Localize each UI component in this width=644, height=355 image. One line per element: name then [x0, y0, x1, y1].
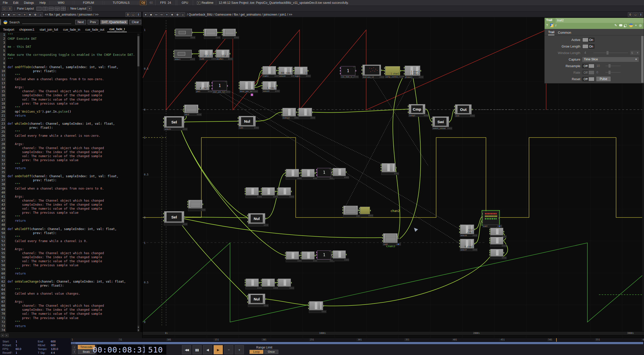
node-flag[interactable] — [291, 287, 292, 289]
param-slider[interactable] — [605, 66, 621, 66]
pane-menu-icon[interactable]: ▾ — [143, 12, 148, 17]
playhead[interactable] — [556, 338, 557, 342]
dropdown-capture[interactable]: Time Slice▼ — [582, 57, 639, 62]
node-flag[interactable] — [267, 225, 268, 226]
node-start_join_full[interactable]: 1""start_join_full — [212, 81, 227, 91]
node-null5[interactable]: .3454 v1null5 — [199, 50, 213, 58]
jump-to-start-button[interactable]: ◀◀ — [182, 345, 191, 354]
copy-parameters-icon[interactable] — [624, 24, 627, 27]
node-flag[interactable] — [420, 76, 422, 78]
node-flag[interactable] — [275, 196, 276, 197]
units-dropdown[interactable]: S▼ — [630, 51, 640, 55]
node-chop[interactable] — [382, 163, 396, 172]
add-icon[interactable]: + — [165, 12, 169, 17]
node-chop[interactable] — [278, 187, 291, 195]
node-chop[interactable]: 1"" — [317, 250, 331, 259]
dock-icon[interactable]: ⇩ — [638, 12, 643, 17]
layout-preset-hv-icon[interactable] — [55, 7, 60, 11]
tab-Textport[interactable]: Textport — [1, 27, 16, 32]
node-flag[interactable] — [277, 91, 278, 92]
node-flag[interactable] — [344, 259, 346, 260]
timeline-settings[interactable]: Start:1RStart:1FPS:60.0ResetF:1End:600RE… — [0, 338, 71, 355]
node-comp2[interactable]: Cmpcomp2 — [409, 104, 425, 114]
node-flag[interactable] — [330, 260, 331, 261]
node-flag[interactable] — [354, 76, 355, 77]
node-flag[interactable] — [344, 177, 346, 178]
node-flag[interactable] — [503, 257, 505, 258]
zoom-fit-icon[interactable]: ⊕ — [175, 12, 180, 17]
back-icon[interactable]: ⇦ — [154, 12, 159, 17]
midi-io-badge[interactable]: O|I — [140, 1, 146, 5]
node-flag[interactable] — [296, 117, 297, 118]
node-flag[interactable] — [253, 91, 254, 92]
node-flag[interactable] — [419, 76, 420, 78]
stop-icon[interactable]: ■ — [7, 12, 11, 17]
menu-help[interactable]: Help — [37, 1, 49, 5]
node-math1[interactable]: math1 — [262, 66, 276, 75]
node-null2[interactable]: null2 — [383, 233, 398, 243]
add-icon[interactable]: + — [22, 12, 27, 17]
pane-menu-icon[interactable]: ▾ — [1, 12, 6, 17]
node-flag[interactable] — [297, 178, 299, 179]
menu-dialogs[interactable]: Dialogs — [21, 1, 37, 5]
bar-button[interactable]: I — [72, 350, 76, 354]
pulse-button[interactable]: Pulse — [596, 77, 611, 81]
node-flag[interactable] — [186, 224, 187, 225]
home-icon[interactable]: ⌂ — [180, 12, 185, 17]
node-flag[interactable] — [397, 173, 398, 174]
node-trail2[interactable]: trail2 — [483, 211, 499, 225]
link-button-forum[interactable]: FORUM — [74, 1, 103, 5]
node-flag[interactable] — [293, 75, 294, 77]
node-flag[interactable] — [208, 91, 209, 92]
once-button[interactable]: Once — [264, 350, 278, 354]
scroll-up-icon[interactable]: ▲ — [137, 326, 139, 328]
info-value[interactable]: 600 — [51, 340, 56, 343]
node-select7[interactable]: 0 chan1select7 — [460, 239, 474, 248]
node-flag[interactable] — [502, 257, 503, 258]
node-flag[interactable] — [291, 196, 292, 197]
node-flag[interactable] — [256, 127, 257, 128]
toggle-reset[interactable]: Off — [582, 77, 594, 81]
fps-box[interactable]: FPS 24 — [155, 0, 176, 6]
node-select4[interactable]: 400 timerselect4 — [279, 67, 293, 75]
node-flag[interactable] — [264, 225, 265, 226]
node-logic1[interactable]: 1logic1 — [294, 67, 308, 75]
node-flag[interactable] — [424, 115, 425, 116]
node-flag[interactable] — [193, 59, 195, 60]
node-flag[interactable] — [234, 37, 236, 38]
parameter-scrollbar[interactable] — [641, 36, 643, 83]
layout-preset-grid-icon[interactable] — [61, 7, 66, 11]
node-flag[interactable] — [399, 76, 400, 77]
node-flag[interactable] — [473, 249, 474, 250]
network-scrollbar[interactable] — [642, 83, 644, 331]
search-next-button[interactable]: Next — [75, 20, 86, 24]
timecode-mode-button[interactable]: Timecode — [78, 345, 95, 349]
node-flag[interactable] — [470, 115, 471, 116]
node-flag[interactable] — [473, 235, 474, 236]
node-flag[interactable] — [256, 91, 257, 92]
node-flag[interactable] — [197, 114, 198, 115]
node-chop[interactable] — [301, 169, 315, 177]
node-select6[interactable]: .9217 chan1select6 — [460, 225, 474, 234]
node-phaser1[interactable]: 1 chan1 1 chan2phaser1 — [405, 66, 420, 76]
node-flag[interactable] — [347, 259, 349, 260]
node-flag[interactable] — [427, 115, 428, 116]
param-slider[interactable] — [593, 53, 628, 53]
node-comp_control_join[interactable]: 1 chan1comp_control_join — [385, 66, 400, 75]
node-flag[interactable] — [346, 177, 347, 178]
node-AniCues_v3[interactable]: AniCues_v3 — [362, 65, 381, 76]
new-layout-add-button[interactable]: + — [87, 7, 92, 11]
node-flag[interactable] — [381, 76, 382, 78]
node-flag[interactable] — [325, 311, 326, 312]
node-flag[interactable] — [299, 178, 300, 179]
forward-icon[interactable]: ⇨ — [159, 12, 164, 17]
node-flag[interactable] — [259, 287, 260, 289]
timeline-range-bar[interactable]: ... — [71, 342, 643, 344]
node-flag[interactable] — [289, 287, 291, 289]
step-back-button[interactable]: ◀ — [203, 345, 212, 354]
window-icon[interactable]: □ — [2, 7, 7, 11]
timeline-ruler[interactable]: 151101151201251301351401451501551600 — [71, 338, 644, 342]
node-flag[interactable] — [503, 245, 505, 246]
node-flag[interactable] — [200, 114, 201, 115]
node-flag[interactable] — [346, 259, 347, 260]
